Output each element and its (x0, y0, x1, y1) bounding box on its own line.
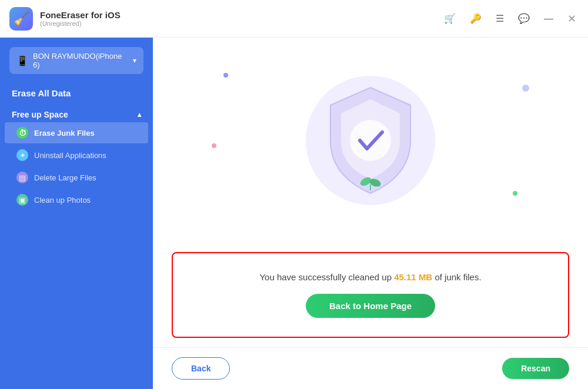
app-title-group: FoneEraser for iOS (Unregistered) (40, 10, 121, 27)
chat-button[interactable]: 💬 (516, 11, 532, 26)
sidebar: 📱 BON RAYMUNDO(iPhone 6) ▾ Erase All Dat… (0, 38, 153, 389)
decoration-dot-3 (212, 143, 216, 148)
success-text-before: You have successfully cleaned up (259, 272, 394, 282)
main-layout: 📱 BON RAYMUNDO(iPhone 6) ▾ Erase All Dat… (0, 38, 588, 389)
cart-button[interactable]: 🛒 (442, 11, 458, 26)
device-name: BON RAYMUNDO(iPhone 6) (33, 52, 128, 69)
uninstall-apps-label: Uninstall Applications (34, 151, 106, 160)
back-to-home-button[interactable]: Back to Home Page (306, 294, 435, 318)
success-text-after: of junk files. (432, 272, 481, 282)
success-message: You have successfully cleaned up 45.11 M… (259, 272, 481, 282)
app-icon: 🧹 (9, 7, 33, 31)
illustration-area (153, 38, 588, 243)
success-box: You have successfully cleaned up 45.11 M… (172, 252, 569, 338)
app-info: 🧹 FoneEraser for iOS (Unregistered) (9, 7, 121, 31)
delete-large-label: Delete Large Files (34, 173, 96, 182)
erase-junk-label: Erase Junk Files (34, 129, 95, 138)
window-controls: 🛒 🔑 ☰ 💬 — ✕ (442, 10, 579, 28)
minimize-button[interactable]: — (542, 11, 556, 26)
delete-large-icon: ▤ (16, 172, 28, 183)
app-subtitle: (Unregistered) (40, 20, 121, 27)
decoration-dot-1 (223, 73, 228, 78)
svg-point-0 (350, 120, 391, 161)
sidebar-item-clean-photos[interactable]: ▣ Clean up Photos (5, 189, 148, 210)
device-icon: 📱 (16, 55, 28, 66)
key-button[interactable]: 🔑 (467, 11, 484, 26)
rescan-button[interactable]: Rescan (502, 358, 569, 379)
sidebar-item-uninstall-apps[interactable]: ✦ Uninstall Applications (5, 145, 148, 166)
close-button[interactable]: ✕ (565, 10, 579, 28)
sidebar-item-delete-large[interactable]: ▤ Delete Large Files (5, 167, 148, 188)
decoration-dot-4 (513, 191, 517, 196)
chevron-down-icon: ▾ (133, 56, 136, 65)
back-button[interactable]: Back (172, 357, 230, 380)
chevron-up-icon: ▴ (138, 110, 141, 119)
success-highlight: 45.11 MB (394, 272, 432, 282)
shield-illustration (276, 58, 465, 223)
clean-photos-icon: ▣ (16, 194, 28, 206)
sidebar-item-erase-junk[interactable]: ⏱ Erase Junk Files (5, 122, 148, 143)
title-bar: 🧹 FoneEraser for iOS (Unregistered) 🛒 🔑 … (0, 0, 588, 38)
device-selector[interactable]: 📱 BON RAYMUNDO(iPhone 6) ▾ (9, 47, 143, 74)
free-up-space-label: Free up Space (12, 110, 68, 119)
shield-svg (323, 82, 417, 199)
menu-button[interactable]: ☰ (493, 11, 506, 26)
bottom-bar: Back Rescan (153, 347, 588, 389)
app-title: FoneEraser for iOS (40, 10, 121, 20)
clean-photos-label: Clean up Photos (34, 196, 91, 204)
erase-junk-icon: ⏱ (16, 127, 28, 139)
sidebar-erase-all-title: Erase All Data (0, 88, 153, 105)
sidebar-free-up-group: Free up Space ▴ (0, 105, 153, 122)
decoration-dot-2 (522, 85, 529, 92)
content-area: You have successfully cleaned up 45.11 M… (153, 38, 588, 389)
uninstall-apps-icon: ✦ (16, 149, 28, 161)
